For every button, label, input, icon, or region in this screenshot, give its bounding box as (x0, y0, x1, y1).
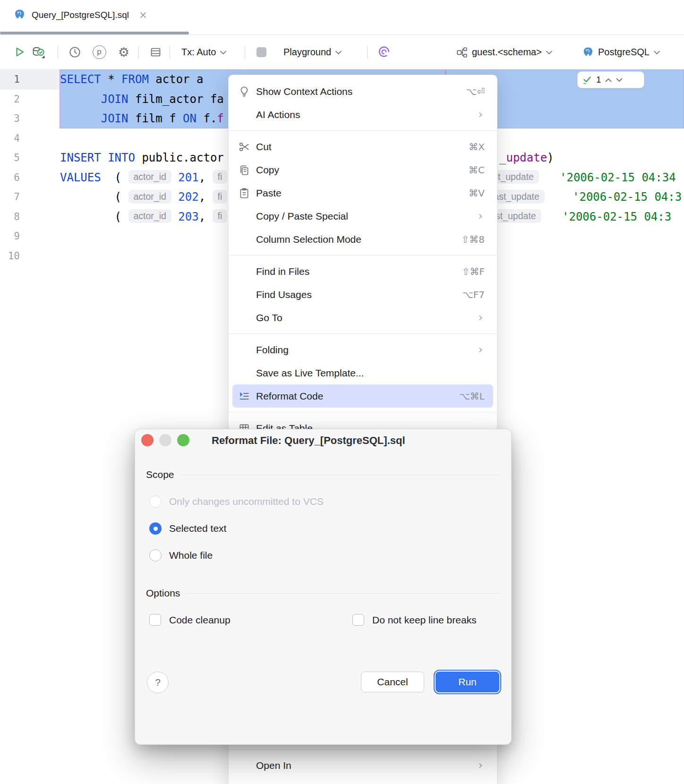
toolbar-separator (58, 46, 58, 59)
cancel-label: Cancel (377, 676, 408, 688)
ai-assistant-icon[interactable] (375, 43, 393, 61)
code-line-8: ( actor_id 203, fist_update'2006-02-15 0… (60, 207, 227, 227)
menu-divider (229, 412, 497, 412)
scope-radio-selected-text[interactable]: Selected text (149, 522, 226, 535)
help-button[interactable]: ? (147, 672, 169, 693)
checkbox-code-cleanup[interactable]: Code cleanup (149, 614, 231, 626)
scope-radio-only-changes-uncommitted-to-vcs: Only changes uncommitted to VCS (149, 495, 324, 508)
menu-item-shortcut: ⇧⌘F (462, 266, 485, 277)
code-token: '2006-02-15 04:3 (562, 210, 671, 223)
tab-bar: Query_[PostgreSQL].sql (0, 0, 684, 35)
schema-label: guest.<schema> (472, 47, 542, 58)
previous-highlight-arrow[interactable] (605, 77, 612, 83)
menu-item-ai-actions[interactable]: AI Actions (229, 103, 497, 126)
line-number-4: 4 (0, 129, 20, 149)
dialog-title: Reformat File: Query_[PostgreSQL].sql (212, 435, 405, 447)
run-button[interactable] (10, 43, 28, 61)
menu-item-label: Cut (256, 141, 457, 153)
menu-item-copy[interactable]: Copy⌘C (229, 158, 497, 181)
line-number-1: 1 (0, 70, 20, 90)
menu-item-cut[interactable]: Cut⌘X (229, 135, 497, 158)
menu-item-label: Go To (256, 312, 465, 324)
menu-item-find-usages[interactable]: Find Usages⌥F7 (229, 283, 497, 306)
code-token (60, 112, 101, 125)
checkbox-icon[interactable] (149, 614, 161, 626)
parameter-hint: actor_id (128, 190, 171, 204)
radio-disabled-icon (149, 495, 162, 508)
line-number-7: 7 (0, 187, 20, 207)
menu-item-go-to[interactable]: Go To (229, 306, 497, 329)
editor-toolbar: p ⚙ Tx: Auto Playground guest.<schema> P… (0, 35, 684, 70)
chevron-down-icon (220, 50, 227, 55)
menu-item-shortcut: ⌥⏎ (466, 86, 485, 97)
submenu-chevron-icon (476, 212, 485, 221)
menu-item-save-as-live-template[interactable]: Save as Live Template... (229, 361, 497, 384)
radio-label: Selected text (169, 523, 226, 534)
zoom-window-button[interactable] (177, 434, 189, 446)
menu-item-label: Open In (256, 760, 465, 771)
toolbar-separator (138, 46, 139, 59)
window-controls (141, 434, 189, 446)
line-number-8: 8 (0, 207, 20, 227)
cancel-button[interactable]: Cancel (361, 672, 424, 692)
code-token: '2006-02-15 04:34 (560, 171, 676, 184)
bulb-icon (236, 85, 252, 98)
menu-icon-placeholder (236, 759, 252, 772)
attach-console-run-button[interactable] (29, 43, 47, 61)
code-fragment: _update (499, 148, 547, 168)
scissors-icon (236, 140, 252, 153)
menu-item-column-selection-mode[interactable]: Column Selection Mode⇧⌘8 (229, 228, 497, 251)
menu-item-label: Paste (256, 187, 457, 199)
reformat-file-dialog: Reformat File: Query_[PostgreSQL].sql Sc… (135, 429, 512, 745)
database-selector[interactable]: PostgreSQL (582, 35, 660, 69)
playground-label: Playground (283, 47, 331, 58)
inspection-widget[interactable]: 1 (577, 71, 644, 88)
options-label: Options (146, 588, 180, 599)
code-token: 201 (171, 171, 199, 184)
menu-item-paste[interactable]: Paste⌘V (229, 181, 497, 205)
playground-dropdown[interactable]: Playground (283, 35, 342, 69)
checkbox-do-not-keep-line-breaks[interactable]: Do not keep line breaks (352, 614, 477, 626)
menu-item-copy-paste-special[interactable]: Copy / Paste Special (229, 205, 497, 228)
submenu-chevron-icon (476, 314, 485, 322)
menu-item-folding[interactable]: Folding (229, 338, 497, 361)
services-panel-button[interactable] (146, 43, 164, 61)
tab-close-icon[interactable] (139, 11, 147, 19)
code-fragment: ) (547, 148, 554, 168)
schema-icon (456, 46, 468, 59)
radio-unselected-icon[interactable] (149, 549, 162, 562)
postgresql-elephant-icon (582, 46, 594, 59)
code-token: ) (547, 151, 554, 164)
scope-radio-whole-file[interactable]: Whole file (149, 549, 213, 562)
group-divider (187, 593, 500, 594)
run-dialog-button[interactable]: Run (436, 672, 499, 692)
line-number-9: 9 (0, 227, 20, 247)
menu-item-find-in-files[interactable]: Find in Files⇧⌘F (229, 260, 497, 283)
history-button[interactable] (66, 43, 84, 61)
menu-item-reformat-code[interactable]: Reformat Code⌥⌘L (232, 384, 493, 408)
checkbox-icon[interactable] (352, 614, 364, 626)
next-highlight-arrow[interactable] (616, 77, 623, 83)
close-window-button[interactable] (141, 434, 154, 446)
menu-icon-placeholder (236, 233, 252, 246)
schema-selector[interactable]: guest.<schema> (456, 35, 553, 69)
menu-divider (229, 130, 497, 131)
menu-item-open-in[interactable]: Open In (229, 754, 497, 777)
tx-mode-dropdown[interactable]: Tx: Auto (181, 35, 227, 69)
tab-query-postgresql[interactable]: Query_[PostgreSQL].sql (13, 9, 147, 21)
code-token: film_actor fa (128, 93, 224, 106)
submenu-chevron-icon (476, 346, 485, 354)
menu-item-show-context-actions[interactable]: Show Context Actions⌥⏎ (229, 80, 497, 103)
menu-icon-placeholder (236, 210, 252, 223)
checkbox-label: Do not keep line breaks (372, 614, 477, 626)
line-number-2: 2 (0, 90, 20, 110)
settings-gear-button[interactable]: ⚙ (115, 43, 133, 61)
code-token: _update (499, 151, 547, 164)
toolbar-separator (367, 46, 368, 59)
explain-plan-button[interactable]: p (90, 43, 108, 61)
code-token: ( (60, 210, 128, 223)
radio-selected-icon[interactable] (149, 522, 162, 535)
code-line-2: JOIN film_actor fa (60, 90, 224, 110)
code-fragment: t_update (493, 168, 539, 188)
active-tab-underline (0, 32, 189, 34)
